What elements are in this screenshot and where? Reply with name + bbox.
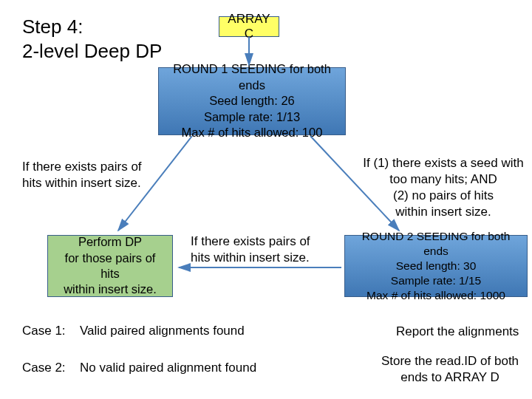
round2-box: ROUND 2 SEEDING for both ends Seed lengt… [344, 235, 528, 297]
left-cond-line1: If there exists pairs of [22, 159, 155, 175]
case1-label: Case 1: [22, 324, 66, 338]
round1-box: ROUND 1 SEEDING for both ends Seed lengt… [158, 67, 346, 135]
perform-dp-line2: for those pairs of hits [54, 250, 166, 282]
case2-text: No valid paired alignment found [80, 361, 256, 375]
right-cond-line4: within insert size. [362, 204, 525, 220]
round1-heading: ROUND 1 SEEDING for both ends [165, 61, 339, 93]
case2-result: Store the read.ID of both ends to ARRAY … [369, 353, 531, 386]
mid-condition: If there exists pairs of hits within ins… [191, 233, 331, 266]
right-condition: If (1) there exists a seed with too many… [362, 155, 525, 220]
left-condition: If there exists pairs of hits within ins… [22, 159, 155, 191]
title-line1: Step 4: [22, 16, 83, 38]
perform-dp-box: Perform DP for those pairs of hits withi… [47, 235, 173, 297]
right-cond-line2: too many hits; AND [362, 171, 525, 188]
mid-cond-line2: hits within insert size. [191, 250, 331, 266]
round1-seed-length: Seed length: 26 [209, 93, 295, 109]
round1-max-hits: Max # of hits allowed: 100 [182, 125, 323, 140]
right-cond-line1: If (1) there exists a seed with [362, 155, 525, 171]
array-c-box: ARRAY C [219, 16, 279, 37]
case1-result: Report the alignments [396, 324, 519, 340]
right-cond-line3: (2) no pairs of hits [362, 188, 525, 204]
mid-cond-line1: If there exists pairs of [191, 233, 331, 250]
left-cond-line2: hits within insert size. [22, 175, 155, 191]
round2-heading: ROUND 2 SEEDING for both ends [351, 229, 521, 259]
title-line2: 2-level Deep DP [22, 40, 162, 62]
perform-dp-line1: Perform DP [78, 234, 142, 250]
array-c-label: ARRAY C [225, 12, 273, 41]
case1-text: Valid paired alignments found [80, 324, 245, 338]
round2-sample-rate: Sample rate: 1/15 [391, 273, 481, 288]
case2-label: Case 2: [22, 361, 66, 375]
perform-dp-line3: within insert size. [64, 282, 157, 297]
round2-max-hits: Max # of hits allowed: 1000 [366, 288, 505, 303]
step-title: Step 4: 2-level Deep DP [22, 15, 162, 63]
round1-sample-rate: Sample rate: 1/13 [204, 109, 300, 125]
round2-seed-length: Seed length: 30 [396, 259, 477, 273]
